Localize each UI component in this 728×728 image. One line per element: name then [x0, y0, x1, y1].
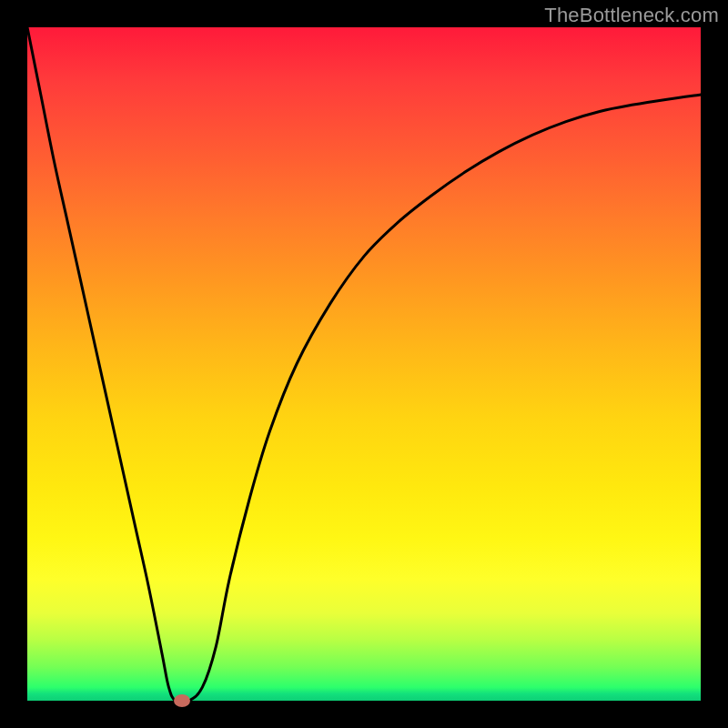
curve-line: [27, 27, 701, 701]
optimal-point-marker: [174, 694, 190, 707]
plot-area: [27, 27, 701, 701]
chart-frame: TheBottleneck.com: [0, 0, 728, 728]
bottleneck-curve-path: [27, 27, 701, 703]
watermark-text: TheBottleneck.com: [544, 4, 719, 27]
